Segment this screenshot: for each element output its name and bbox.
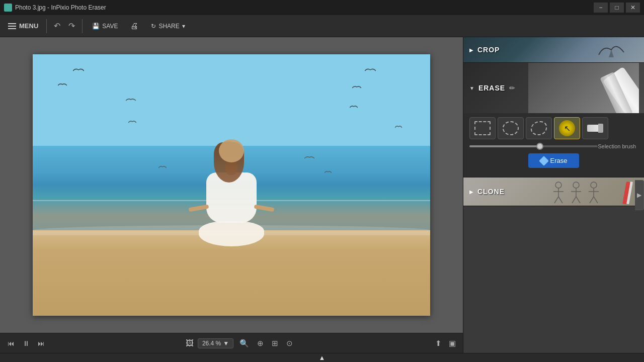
erase-diamond-icon (539, 156, 549, 166)
brush-size-slider[interactable] (469, 145, 598, 147)
clone-title: CLONE (477, 188, 505, 196)
eraser-tool-button[interactable] (582, 117, 608, 139)
erase-action-button[interactable]: Erase (528, 153, 580, 168)
app-icon (4, 4, 12, 12)
tool-buttons-row: ↖ (469, 117, 638, 139)
erase-header-row: ▼ ERASE ✏ (469, 84, 515, 92)
clone-header-content: ▶ CLONE (469, 188, 505, 196)
seagull-4 (128, 120, 136, 124)
nav-controls-right: ⬆ ▣ (433, 338, 458, 349)
sand-overlay (33, 235, 430, 316)
print-icon: 🖨 (130, 22, 138, 31)
share-label: SHARE (158, 23, 179, 30)
nav-controls-left: ⏮ ⏸ ⏭ (5, 338, 47, 349)
crop-section: ▶ CROP (463, 37, 644, 63)
brush-size-row: Selection brush (469, 143, 638, 149)
zoom-value: 26.4 % (202, 340, 221, 347)
erase-edit-icon: ✏ (509, 84, 515, 92)
seagull-5 (365, 67, 376, 73)
titlebar-left: Photo 3.jpg - InPixio Photo Eraser (4, 4, 106, 12)
zoom-display: 26.4 % ▼ (198, 338, 233, 348)
minimize-button[interactable]: − (594, 3, 608, 13)
erase-title-area: ▼ ERASE ✏ (469, 84, 515, 92)
svg-line-3 (554, 197, 558, 203)
export-button[interactable]: ⬆ (433, 338, 444, 349)
expand-tab-icon: ▶ (637, 192, 641, 199)
erase-button-label: Erase (550, 157, 568, 164)
seagull-12 (325, 170, 332, 174)
clone-expand-arrow: ▶ (469, 189, 473, 195)
right-panel: ▶ CROP ▼ ERASE ✏ (463, 37, 644, 353)
crop-header-decoration (594, 40, 634, 62)
seagull-6 (352, 84, 361, 89)
seagull-7 (350, 105, 358, 109)
canvas-wrapper[interactable] (0, 37, 463, 333)
panel-scroll-area (463, 206, 644, 353)
share-icon: ↻ (151, 23, 156, 30)
nav-next-button[interactable]: ⏭ (35, 338, 47, 349)
eraser-icon (587, 125, 603, 132)
toolbar-separator-2 (82, 19, 83, 33)
oval-select-button[interactable] (498, 117, 524, 139)
bottom-arrow[interactable]: ▲ (0, 353, 644, 362)
lasso-select-icon (531, 121, 547, 135)
photo-canvas[interactable] (33, 54, 430, 316)
woman-head (219, 139, 244, 162)
svg-line-14 (594, 197, 598, 203)
fit-button[interactable]: ⊞ (270, 338, 280, 349)
erase-expand-arrow: ▼ (469, 85, 474, 91)
save-label: SAVE (102, 23, 118, 30)
nav-first-button[interactable]: ⏮ (5, 338, 17, 349)
brush-circle-icon: ↖ (559, 120, 575, 136)
menu-button[interactable]: MENU (4, 22, 42, 30)
share-button[interactable]: ↻ SHARE ▾ (145, 18, 190, 34)
seagull-8 (395, 125, 402, 129)
nav-prev-button[interactable]: ⏸ (20, 338, 32, 349)
undo-button[interactable]: ↶ (51, 19, 63, 33)
region-button[interactable]: ⊙ (284, 338, 295, 349)
erase-title: ERASE (478, 84, 505, 92)
menu-label: MENU (19, 22, 38, 30)
erase-header[interactable]: ▼ ERASE ✏ (463, 63, 644, 113)
erase-section: ▼ ERASE ✏ (463, 63, 644, 177)
svg-point-10 (591, 182, 597, 188)
share-dropdown-icon: ▾ (182, 23, 185, 30)
print-button[interactable]: 🖨 (125, 18, 143, 34)
lasso-select-button[interactable] (526, 117, 552, 139)
zoom-in-button[interactable]: ⊕ (255, 338, 266, 349)
zoom-search-button[interactable]: 🔍 (237, 338, 251, 349)
statusbar: ⏮ ⏸ ⏭ 🖼 26.4 % ▼ 🔍 ⊕ ⊞ ⊙ ⬆ ▣ (0, 333, 463, 353)
maximize-button[interactable]: □ (610, 3, 624, 13)
selection-brush-label: Selection brush (598, 143, 638, 149)
crop-header[interactable]: ▶ CROP (463, 37, 644, 62)
close-button[interactable]: ✕ (626, 3, 640, 13)
panel-expand-tab[interactable]: ▶ (635, 180, 644, 210)
clone-header[interactable]: ▶ CLONE (463, 177, 644, 206)
zoom-controls: 🖼 26.4 % ▼ 🔍 ⊕ ⊞ ⊙ (186, 338, 295, 349)
redo-button[interactable]: ↷ (65, 19, 78, 33)
crop-title: CROP (477, 46, 500, 54)
seagull-2 (58, 82, 67, 87)
svg-line-4 (558, 197, 562, 203)
save-button[interactable]: 💾 SAVE (87, 18, 123, 34)
brush-select-button[interactable]: ↖ (554, 117, 580, 139)
bottom-arrow-icon: ▲ (319, 354, 326, 361)
clone-header-decoration (548, 179, 639, 204)
crop-expand-arrow: ▶ (469, 47, 473, 53)
canvas-area: ⏮ ⏸ ⏭ 🖼 26.4 % ▼ 🔍 ⊕ ⊞ ⊙ ⬆ ▣ (0, 37, 463, 353)
erase-tools-panel: ↖ Selection brush Erase (463, 113, 644, 177)
main-area: ⏮ ⏸ ⏭ 🖼 26.4 % ▼ 🔍 ⊕ ⊞ ⊙ ⬆ ▣ (0, 37, 644, 353)
save-icon: 💾 (92, 23, 100, 30)
svg-point-0 (555, 182, 561, 188)
cursor-icon: ↖ (564, 124, 571, 133)
toolbar-separator (46, 19, 47, 33)
panels-button[interactable]: ▣ (447, 338, 458, 349)
seagull-11 (158, 165, 167, 169)
zoom-dropdown-icon[interactable]: ▼ (223, 340, 229, 347)
beach-scene (33, 54, 430, 316)
seagull-10 (304, 155, 314, 160)
svg-point-5 (573, 182, 579, 188)
rect-select-button[interactable] (469, 117, 496, 139)
svg-line-13 (590, 197, 594, 203)
seagull-3 (126, 97, 136, 103)
